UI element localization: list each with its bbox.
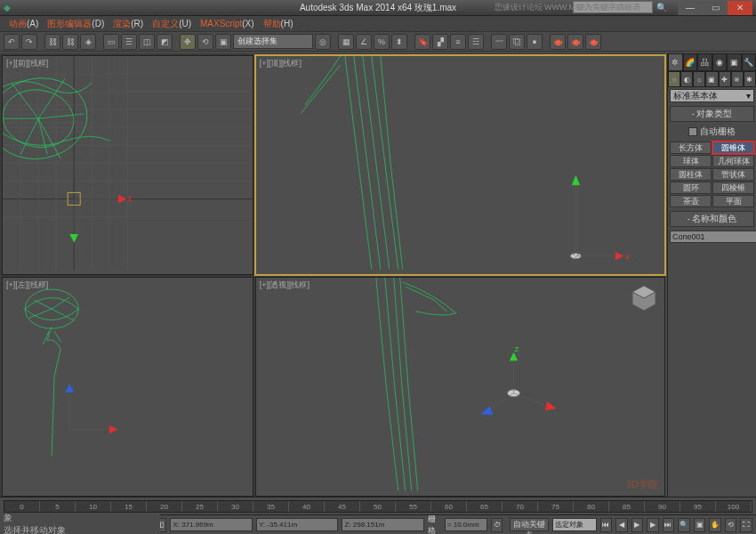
- minimize-button[interactable]: —: [678, 1, 703, 15]
- sub-shapes[interactable]: ◐: [680, 71, 693, 87]
- autogrid-checkbox[interactable]: 自动栅格: [670, 125, 754, 138]
- menu-rendering[interactable]: 渲染(R): [109, 18, 147, 30]
- viewport-top-label[interactable]: [+][顶][线框]: [260, 58, 302, 69]
- tab-create[interactable]: ✲: [668, 53, 683, 71]
- mirror-button[interactable]: ▞: [432, 34, 448, 50]
- rollout-name-color[interactable]: - 名称和颜色: [670, 211, 754, 227]
- viewport-perspective[interactable]: [+][透视][线框] z: [255, 277, 665, 497]
- play-icon[interactable]: ▶: [631, 518, 644, 532]
- cone-gizmo[interactable]: z: [481, 344, 555, 415]
- menu-help[interactable]: 帮助(H): [260, 18, 297, 30]
- render-button[interactable]: 🫖: [585, 34, 601, 50]
- viewport-top[interactable]: [+][顶][线框] x: [255, 55, 665, 275]
- prim-torus[interactable]: 圆环: [670, 182, 712, 194]
- play-next-icon[interactable]: ▶: [647, 518, 659, 532]
- prim-geosphere[interactable]: 几何球体: [712, 155, 754, 167]
- sub-spacewarps[interactable]: ≋: [731, 71, 744, 87]
- schematic-button[interactable]: ⿻: [509, 34, 525, 50]
- rollout-object-type[interactable]: - 对象类型: [670, 106, 754, 122]
- ref-coord-dropdown[interactable]: 创建选择集: [233, 34, 313, 49]
- scale-button[interactable]: ▣: [215, 34, 231, 50]
- timeline-track[interactable]: 0510152025303540455055606570758085909510…: [4, 500, 752, 513]
- sub-helpers[interactable]: ✚: [719, 71, 731, 87]
- viewport-front[interactable]: [+][前][线框] x: [2, 55, 253, 275]
- layers-button[interactable]: ☲: [468, 34, 484, 50]
- spinner-snap-toggle[interactable]: ⬍: [391, 34, 407, 50]
- view-cube[interactable]: [629, 283, 659, 313]
- window-title: Autodesk 3ds Max 2014 x64 玫瑰1.max: [300, 2, 456, 14]
- close-button[interactable]: ✕: [728, 1, 752, 15]
- material-editor-button[interactable]: ●: [527, 34, 543, 50]
- play-prev-icon[interactable]: ◀: [615, 518, 628, 532]
- coord-y-field[interactable]: [256, 518, 339, 531]
- viewport-left-label[interactable]: [+][左][线框]: [6, 279, 48, 291]
- cone-gizmo[interactable]: x: [570, 176, 630, 265]
- menu-customize[interactable]: 自定义(U): [149, 18, 195, 30]
- render-setup-button[interactable]: 🫖: [550, 34, 566, 50]
- menu-animation[interactable]: 动画(A): [5, 18, 42, 30]
- prim-box[interactable]: 长方体: [670, 142, 712, 154]
- key-filter-dropdown[interactable]: 选定对象: [552, 518, 597, 531]
- nav-pan-icon[interactable]: ✋: [709, 518, 721, 532]
- tab-utilities[interactable]: 🔧: [742, 53, 757, 71]
- autokey-button[interactable]: 自动关键点: [510, 518, 548, 531]
- sub-cameras[interactable]: ▣: [705, 71, 718, 87]
- render-frame-button[interactable]: 🫖: [567, 34, 583, 50]
- svg-text:z: z: [514, 344, 519, 353]
- percent-snap-toggle[interactable]: %: [374, 34, 390, 50]
- search-icon[interactable]: 🔍: [656, 3, 667, 12]
- nav-orbit-icon[interactable]: ⟲: [725, 518, 737, 532]
- prim-sphere[interactable]: 球体: [670, 155, 712, 167]
- grid-icon: z: [256, 278, 664, 491]
- window-crossing-button[interactable]: ◩: [157, 34, 173, 50]
- select-name-button[interactable]: ☰: [121, 34, 137, 50]
- play-end-icon[interactable]: ⏭: [663, 518, 675, 532]
- snap-toggle[interactable]: ▦: [338, 34, 354, 50]
- redo-button[interactable]: ↷: [21, 34, 37, 50]
- viewport-front-label[interactable]: [+][前][线框]: [6, 58, 48, 69]
- tab-display[interactable]: ▣: [727, 53, 742, 71]
- menu-graph-editors[interactable]: 图形编辑器(D): [44, 18, 108, 30]
- coord-z-field[interactable]: [342, 518, 424, 531]
- align-button[interactable]: ≡: [450, 34, 466, 50]
- bind-button[interactable]: ◈: [80, 34, 96, 50]
- select-region-button[interactable]: ◫: [139, 34, 155, 50]
- prim-cylinder[interactable]: 圆柱体: [670, 168, 712, 181]
- move-gizmo[interactable]: x: [68, 192, 132, 241]
- nav-max-icon[interactable]: ⛶: [740, 518, 752, 532]
- undo-button[interactable]: ↶: [4, 34, 20, 50]
- viewport-left[interactable]: [+][左][线框]: [2, 277, 253, 497]
- move-button[interactable]: ✥: [180, 34, 196, 50]
- command-panel-tabs: ✲ 🌈 品 ◉ ▣ 🔧: [668, 53, 756, 71]
- nav-zoom-icon[interactable]: 🔍: [678, 518, 690, 532]
- tab-motion[interactable]: ◉: [712, 53, 728, 71]
- play-start-icon[interactable]: ⏮: [600, 518, 613, 532]
- prim-cone[interactable]: 圆锥体: [712, 142, 754, 154]
- maximize-button[interactable]: ▭: [703, 1, 728, 15]
- time-tag-icon[interactable]: ⏱: [491, 518, 503, 532]
- use-center-button[interactable]: ◎: [315, 34, 331, 50]
- prim-pyramid[interactable]: 四棱锥: [712, 182, 754, 194]
- prim-teapot[interactable]: 茶壶: [670, 195, 712, 207]
- rotate-button[interactable]: ⟲: [197, 34, 213, 50]
- category-dropdown[interactable]: 标准基本体▾: [670, 89, 754, 102]
- tab-hierarchy[interactable]: 品: [697, 53, 712, 71]
- coord-x-field[interactable]: [170, 518, 253, 531]
- sub-geometry[interactable]: ○: [668, 71, 680, 87]
- unlink-button[interactable]: ⛓: [62, 34, 78, 50]
- tab-modify[interactable]: 🌈: [683, 53, 698, 71]
- angle-snap-toggle[interactable]: ∠: [356, 34, 372, 50]
- prim-plane[interactable]: 平面: [712, 195, 754, 207]
- link-button[interactable]: ⛓: [44, 34, 60, 50]
- select-button[interactable]: ▭: [103, 34, 119, 50]
- move-gizmo[interactable]: [66, 384, 117, 433]
- menu-maxscript[interactable]: MAXScript(X): [197, 19, 258, 28]
- prim-tube[interactable]: 管状体: [712, 168, 754, 181]
- curve-editor-button[interactable]: 〰: [491, 34, 507, 50]
- sub-lights[interactable]: ☼: [693, 71, 705, 87]
- viewport-perspective-label[interactable]: [+][透视][线框]: [260, 279, 310, 291]
- sub-systems[interactable]: ✱: [744, 71, 756, 87]
- nav-zoomall-icon[interactable]: ▣: [694, 518, 706, 532]
- named-sel-button[interactable]: 🔖: [414, 34, 430, 50]
- object-name-input[interactable]: [670, 231, 756, 243]
